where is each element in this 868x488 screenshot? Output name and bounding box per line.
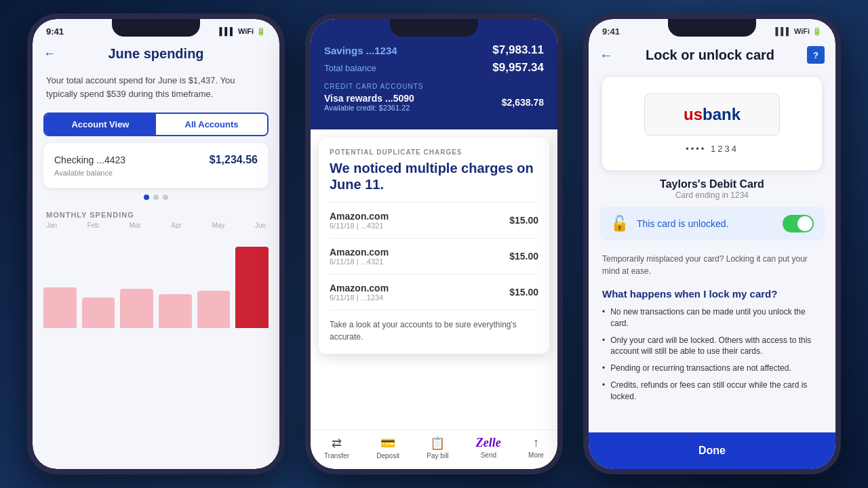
month-apr: Apr <box>171 222 182 229</box>
ph3-header: ← Lock or unlock card ? <box>589 41 835 69</box>
status-icons-3: ▌▌▌ WiFi 🔋 <box>775 27 822 36</box>
month-feb: Feb <box>87 222 99 229</box>
time-3: 9:41 <box>602 26 620 37</box>
dot-3[interactable] <box>163 195 168 200</box>
account-name: Checking ...4423 <box>54 155 125 165</box>
meta-1: 6/11/18 | ...4321 <box>330 222 389 230</box>
bullet-list: No new transactions can be made until yo… <box>589 302 835 412</box>
amount-2: $15.00 <box>509 251 538 262</box>
done-button[interactable]: Done <box>589 432 835 469</box>
deposit-icon: 💳 <box>380 436 395 451</box>
card-ending-text: Card ending in 1234 <box>602 190 822 200</box>
transfer-icon: ⇄ <box>332 436 342 451</box>
nav-pay-bill[interactable]: 📋 Pay bill <box>427 436 448 460</box>
savings-amount: $7,983.11 <box>492 43 544 57</box>
notch-2 <box>390 19 478 37</box>
what-happens-heading: What happens when I lock my card? <box>589 283 835 302</box>
bar-feb <box>82 233 115 328</box>
card-info: Taylors's Debit Card Card ending in 1234 <box>602 178 822 200</box>
amount-3: $15.00 <box>509 287 538 298</box>
notch-3 <box>668 19 756 37</box>
usbank-logo-bank: bank <box>703 105 741 123</box>
total-balance-amount: $9,957.34 <box>492 61 544 75</box>
account-view-button[interactable]: Account View <box>45 114 156 135</box>
monthly-chart: Jan Feb Mar Apr May Jun <box>33 222 279 328</box>
phone-2: Savings ...1234 $7,983.11 Total balance … <box>305 14 563 474</box>
visa-card-name: Visa rewards ...5090 <box>324 93 414 104</box>
duplicate-charges-card: POTENTIAL DUPLICATE CHARGES We noticed m… <box>319 138 549 354</box>
credit-section-label: CREDIT CARD ACCOUNTS <box>324 83 544 90</box>
dot-1[interactable] <box>144 195 149 200</box>
visa-available: Available credit: $2361.22 <box>324 104 414 112</box>
usbank-logo-us: us <box>684 105 703 123</box>
meta-2: 6/11/18 | ...4321 <box>330 258 389 266</box>
notch-1 <box>112 19 200 37</box>
amount-1: $15.00 <box>509 215 538 226</box>
nav-send[interactable]: Zelle Send <box>476 436 501 460</box>
help-button[interactable]: ? <box>807 46 825 64</box>
lock-status-row: 🔓 This card is unlocked. <box>599 207 825 241</box>
account-sublabel: Available balance <box>54 169 258 177</box>
view-toggle: Account View All Accounts <box>43 113 269 136</box>
bar-mar <box>120 233 153 328</box>
monthly-spending-label: MONTHLY SPENDING <box>33 205 279 222</box>
bullet-4: Credits, refunds or fees can still occur… <box>602 380 822 403</box>
duplicate-item-3: Amazon.com 6/11/18 | ...1234 $15.00 <box>330 274 538 310</box>
bottom-nav: ⇄ Transfer 💳 Deposit 📋 Pay bill Zelle Se… <box>311 430 557 469</box>
pay-bill-label: Pay bill <box>427 452 448 460</box>
bar-chart <box>43 233 269 328</box>
merchant-2: Amazon.com <box>330 247 389 258</box>
month-mar: Mar <box>129 222 140 229</box>
duplicate-item-1: Amazon.com 6/11/18 | ...4321 $15.00 <box>330 202 538 238</box>
page-title-1: June spending <box>108 46 203 62</box>
dot-2[interactable] <box>153 195 159 200</box>
meta-3: 6/11/18 | ...1234 <box>330 293 389 302</box>
month-jun: Jun <box>255 222 266 229</box>
visa-amount: $2,638.78 <box>502 97 544 108</box>
pagination-dots <box>33 195 279 200</box>
nav-deposit[interactable]: 💳 Deposit <box>376 436 399 460</box>
status-icons-1: ▌▌▌ WiFi 🔋 <box>219 27 266 36</box>
phone-3: 9:41 ▌▌▌ WiFi 🔋 ← Lock or unlock card ? … <box>583 14 841 474</box>
account-card: Checking ...4423 $1,234.56 Available bal… <box>43 143 269 188</box>
account-balance: $1,234.56 <box>210 154 258 166</box>
total-balance-label: Total balance <box>324 63 376 73</box>
duplicate-item-2: Amazon.com 6/11/18 | ...4321 $15.00 <box>330 238 538 274</box>
lock-open-icon: 🔓 <box>610 215 629 232</box>
duplicate-title: We noticed multiple charges on June 11. <box>330 160 538 192</box>
lock-description: Temporarily misplaced your card? Locking… <box>589 247 835 283</box>
lock-status-text: This card is unlocked. <box>637 218 774 229</box>
merchant-3: Amazon.com <box>330 283 389 293</box>
wifi-icon-3: WiFi <box>794 27 810 35</box>
nav-transfer[interactable]: ⇄ Transfer <box>324 436 349 460</box>
card-visual: usbank •••• 1234 <box>602 77 822 170</box>
duplicate-footer: Take a look at your accounts to be sure … <box>330 310 538 343</box>
all-accounts-button[interactable]: All Accounts <box>156 114 267 135</box>
back-button-1[interactable]: ← <box>43 47 56 61</box>
lock-toggle[interactable] <box>783 215 814 232</box>
signal-icon: ▌▌▌ <box>219 27 235 35</box>
bar-jan <box>43 233 77 328</box>
lock-card-title: Lock or unlock card <box>620 47 800 63</box>
card-holder-name: Taylors's Debit Card <box>602 178 822 190</box>
merchant-1: Amazon.com <box>330 211 389 222</box>
nav-more[interactable]: ↑ More <box>528 436 544 460</box>
signal-icon-3: ▌▌▌ <box>775 27 791 35</box>
more-label: More <box>528 451 544 459</box>
zelle-icon: Zelle <box>476 436 501 450</box>
bullet-1: No new transactions can be made until yo… <box>602 306 822 329</box>
time-1: 9:41 <box>46 26 64 37</box>
card-number-dots: •••• 1234 <box>686 144 738 154</box>
send-label: Send <box>481 451 496 459</box>
bar-apr <box>159 233 192 328</box>
transfer-label: Transfer <box>324 452 349 460</box>
back-button-3[interactable]: ← <box>599 47 613 63</box>
june-description: Your total account spend for June is $1,… <box>33 67 279 107</box>
month-labels: Jan Feb Mar Apr May Jun <box>43 222 269 229</box>
month-jan: Jan <box>46 222 57 229</box>
bullet-3: Pending or recurring transactions are no… <box>602 363 822 374</box>
more-icon: ↑ <box>533 436 539 450</box>
header-1: ← June spending <box>33 41 279 67</box>
bullet-2: Only your card will be locked. Others wi… <box>602 335 822 358</box>
battery-icon: 🔋 <box>256 27 266 36</box>
